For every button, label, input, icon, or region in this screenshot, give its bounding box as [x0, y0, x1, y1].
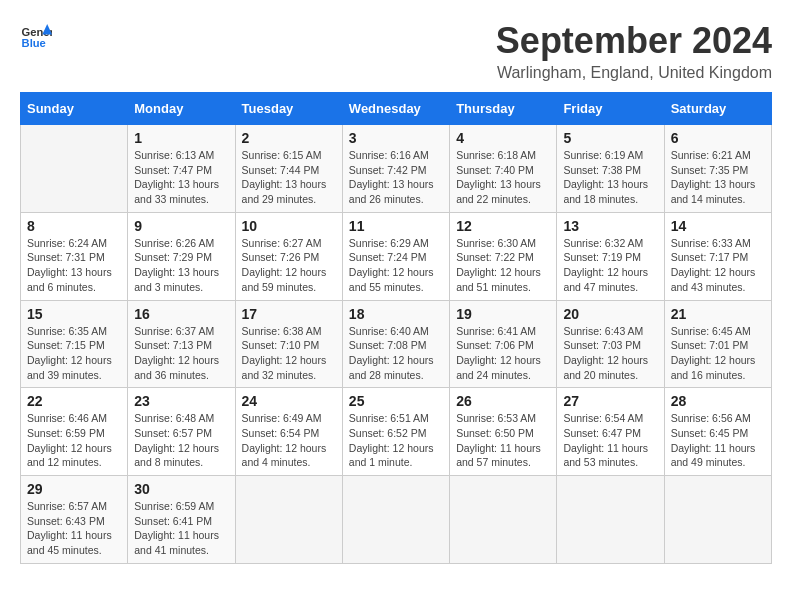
calendar-cell: 23Sunrise: 6:48 AMSunset: 6:57 PMDayligh…: [128, 388, 235, 476]
calendar-cell: [235, 476, 342, 564]
calendar-cell: 30Sunrise: 6:59 AMSunset: 6:41 PMDayligh…: [128, 476, 235, 564]
calendar-cell: 12Sunrise: 6:30 AMSunset: 7:22 PMDayligh…: [450, 212, 557, 300]
day-number: 19: [456, 306, 550, 322]
day-detail: Sunrise: 6:15 AMSunset: 7:44 PMDaylight:…: [242, 148, 336, 207]
location: Warlingham, England, United Kingdom: [496, 64, 772, 82]
day-detail: Sunrise: 6:40 AMSunset: 7:08 PMDaylight:…: [349, 324, 443, 383]
calendar-cell: 27Sunrise: 6:54 AMSunset: 6:47 PMDayligh…: [557, 388, 664, 476]
day-number: 15: [27, 306, 121, 322]
day-number: 11: [349, 218, 443, 234]
calendar-cell: 17Sunrise: 6:38 AMSunset: 7:10 PMDayligh…: [235, 300, 342, 388]
calendar-cell: [557, 476, 664, 564]
day-detail: Sunrise: 6:21 AMSunset: 7:35 PMDaylight:…: [671, 148, 765, 207]
day-detail: Sunrise: 6:53 AMSunset: 6:50 PMDaylight:…: [456, 411, 550, 470]
day-detail: Sunrise: 6:19 AMSunset: 7:38 PMDaylight:…: [563, 148, 657, 207]
day-detail: Sunrise: 6:35 AMSunset: 7:15 PMDaylight:…: [27, 324, 121, 383]
calendar-cell: 19Sunrise: 6:41 AMSunset: 7:06 PMDayligh…: [450, 300, 557, 388]
calendar-cell: 20Sunrise: 6:43 AMSunset: 7:03 PMDayligh…: [557, 300, 664, 388]
calendar-cell: [21, 125, 128, 213]
calendar-cell: 5Sunrise: 6:19 AMSunset: 7:38 PMDaylight…: [557, 125, 664, 213]
week-row-2: 15Sunrise: 6:35 AMSunset: 7:15 PMDayligh…: [21, 300, 772, 388]
day-number: 9: [134, 218, 228, 234]
calendar-cell: 9Sunrise: 6:26 AMSunset: 7:29 PMDaylight…: [128, 212, 235, 300]
day-number: 24: [242, 393, 336, 409]
day-number: 4: [456, 130, 550, 146]
calendar-cell: 29Sunrise: 6:57 AMSunset: 6:43 PMDayligh…: [21, 476, 128, 564]
day-number: 23: [134, 393, 228, 409]
day-detail: Sunrise: 6:38 AMSunset: 7:10 PMDaylight:…: [242, 324, 336, 383]
calendar-cell: [664, 476, 771, 564]
day-number: 22: [27, 393, 121, 409]
calendar-cell: 22Sunrise: 6:46 AMSunset: 6:59 PMDayligh…: [21, 388, 128, 476]
day-number: 5: [563, 130, 657, 146]
calendar-cell: 10Sunrise: 6:27 AMSunset: 7:26 PMDayligh…: [235, 212, 342, 300]
calendar-table: SundayMondayTuesdayWednesdayThursdayFrid…: [20, 92, 772, 564]
day-number: 14: [671, 218, 765, 234]
calendar-cell: 6Sunrise: 6:21 AMSunset: 7:35 PMDaylight…: [664, 125, 771, 213]
day-detail: Sunrise: 6:26 AMSunset: 7:29 PMDaylight:…: [134, 236, 228, 295]
week-row-1: 8Sunrise: 6:24 AMSunset: 7:31 PMDaylight…: [21, 212, 772, 300]
day-detail: Sunrise: 6:46 AMSunset: 6:59 PMDaylight:…: [27, 411, 121, 470]
day-number: 10: [242, 218, 336, 234]
month-title: September 2024: [496, 20, 772, 62]
day-number: 28: [671, 393, 765, 409]
day-detail: Sunrise: 6:43 AMSunset: 7:03 PMDaylight:…: [563, 324, 657, 383]
logo-icon: General Blue: [20, 20, 52, 52]
week-row-0: 1Sunrise: 6:13 AMSunset: 7:47 PMDaylight…: [21, 125, 772, 213]
weekday-header-sunday: Sunday: [21, 93, 128, 125]
week-row-3: 22Sunrise: 6:46 AMSunset: 6:59 PMDayligh…: [21, 388, 772, 476]
week-row-4: 29Sunrise: 6:57 AMSunset: 6:43 PMDayligh…: [21, 476, 772, 564]
day-detail: Sunrise: 6:37 AMSunset: 7:13 PMDaylight:…: [134, 324, 228, 383]
calendar-cell: 1Sunrise: 6:13 AMSunset: 7:47 PMDaylight…: [128, 125, 235, 213]
weekday-header-friday: Friday: [557, 93, 664, 125]
day-detail: Sunrise: 6:54 AMSunset: 6:47 PMDaylight:…: [563, 411, 657, 470]
svg-text:Blue: Blue: [22, 37, 46, 49]
day-number: 1: [134, 130, 228, 146]
calendar-cell: 26Sunrise: 6:53 AMSunset: 6:50 PMDayligh…: [450, 388, 557, 476]
day-detail: Sunrise: 6:13 AMSunset: 7:47 PMDaylight:…: [134, 148, 228, 207]
calendar-cell: 16Sunrise: 6:37 AMSunset: 7:13 PMDayligh…: [128, 300, 235, 388]
calendar-cell: 13Sunrise: 6:32 AMSunset: 7:19 PMDayligh…: [557, 212, 664, 300]
calendar-cell: [342, 476, 449, 564]
day-number: 26: [456, 393, 550, 409]
header: General Blue September 2024 Warlingham, …: [20, 20, 772, 82]
weekday-header-saturday: Saturday: [664, 93, 771, 125]
weekday-header-thursday: Thursday: [450, 93, 557, 125]
day-detail: Sunrise: 6:56 AMSunset: 6:45 PMDaylight:…: [671, 411, 765, 470]
day-number: 3: [349, 130, 443, 146]
calendar-cell: 21Sunrise: 6:45 AMSunset: 7:01 PMDayligh…: [664, 300, 771, 388]
day-detail: Sunrise: 6:45 AMSunset: 7:01 PMDaylight:…: [671, 324, 765, 383]
day-detail: Sunrise: 6:29 AMSunset: 7:24 PMDaylight:…: [349, 236, 443, 295]
day-detail: Sunrise: 6:30 AMSunset: 7:22 PMDaylight:…: [456, 236, 550, 295]
calendar-cell: 14Sunrise: 6:33 AMSunset: 7:17 PMDayligh…: [664, 212, 771, 300]
day-detail: Sunrise: 6:33 AMSunset: 7:17 PMDaylight:…: [671, 236, 765, 295]
day-number: 21: [671, 306, 765, 322]
day-detail: Sunrise: 6:59 AMSunset: 6:41 PMDaylight:…: [134, 499, 228, 558]
calendar-cell: 2Sunrise: 6:15 AMSunset: 7:44 PMDaylight…: [235, 125, 342, 213]
day-number: 17: [242, 306, 336, 322]
calendar-cell: 24Sunrise: 6:49 AMSunset: 6:54 PMDayligh…: [235, 388, 342, 476]
calendar-cell: 15Sunrise: 6:35 AMSunset: 7:15 PMDayligh…: [21, 300, 128, 388]
day-number: 25: [349, 393, 443, 409]
day-number: 16: [134, 306, 228, 322]
calendar-cell: [450, 476, 557, 564]
day-detail: Sunrise: 6:18 AMSunset: 7:40 PMDaylight:…: [456, 148, 550, 207]
day-detail: Sunrise: 6:32 AMSunset: 7:19 PMDaylight:…: [563, 236, 657, 295]
day-detail: Sunrise: 6:24 AMSunset: 7:31 PMDaylight:…: [27, 236, 121, 295]
calendar-cell: 28Sunrise: 6:56 AMSunset: 6:45 PMDayligh…: [664, 388, 771, 476]
day-number: 27: [563, 393, 657, 409]
day-number: 29: [27, 481, 121, 497]
weekday-header-row: SundayMondayTuesdayWednesdayThursdayFrid…: [21, 93, 772, 125]
day-number: 6: [671, 130, 765, 146]
day-detail: Sunrise: 6:51 AMSunset: 6:52 PMDaylight:…: [349, 411, 443, 470]
day-number: 30: [134, 481, 228, 497]
day-detail: Sunrise: 6:41 AMSunset: 7:06 PMDaylight:…: [456, 324, 550, 383]
day-detail: Sunrise: 6:16 AMSunset: 7:42 PMDaylight:…: [349, 148, 443, 207]
day-number: 18: [349, 306, 443, 322]
calendar-cell: 11Sunrise: 6:29 AMSunset: 7:24 PMDayligh…: [342, 212, 449, 300]
weekday-header-tuesday: Tuesday: [235, 93, 342, 125]
day-number: 2: [242, 130, 336, 146]
calendar-cell: 25Sunrise: 6:51 AMSunset: 6:52 PMDayligh…: [342, 388, 449, 476]
weekday-header-wednesday: Wednesday: [342, 93, 449, 125]
day-number: 20: [563, 306, 657, 322]
